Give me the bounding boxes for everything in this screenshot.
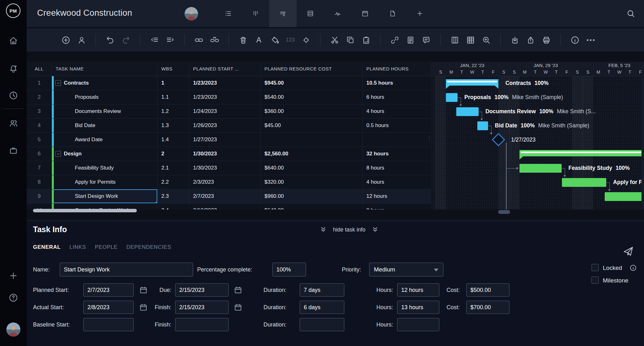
percentage-complete-input[interactable] bbox=[272, 263, 306, 276]
task-start-cell[interactable]: 2/10/2023 bbox=[189, 204, 261, 209]
toolbar-add-task-button[interactable] bbox=[60, 34, 72, 46]
actual-start-input[interactable] bbox=[83, 301, 134, 314]
task-start-cell[interactable]: 1/23/2023 bbox=[189, 76, 261, 90]
task-hours-cell[interactable]: 0.5 hours bbox=[363, 119, 431, 132]
milestone-checkbox[interactable] bbox=[591, 276, 599, 284]
task-hours-cell[interactable]: 6 hours bbox=[363, 90, 431, 104]
toolbar-print-button[interactable] bbox=[540, 34, 552, 46]
table-row[interactable]: 5Award Date1.41/27/2023 bbox=[27, 133, 431, 147]
task-start-cell[interactable]: 1/23/2023 bbox=[189, 90, 261, 104]
baseline-start-input[interactable] bbox=[83, 318, 134, 331]
gantt-task-bar[interactable] bbox=[519, 164, 562, 173]
table-row[interactable]: 8Apply for Permits2.22/3/2023$320.004 ho… bbox=[27, 175, 431, 189]
tab-general[interactable]: GENERAL bbox=[33, 244, 61, 250]
hours-input[interactable] bbox=[397, 301, 439, 314]
toolbar-unlink-tasks-button[interactable] bbox=[208, 34, 220, 46]
task-wbs-cell[interactable]: 2.4 bbox=[158, 204, 189, 209]
sidebar-item-home[interactable] bbox=[8, 36, 19, 46]
sidebar-add-icon[interactable] bbox=[8, 271, 19, 281]
toolbar-undo-button[interactable] bbox=[104, 34, 116, 46]
table-row[interactable]: 2Proposals1.11/23/2023$540.006 hours bbox=[27, 90, 431, 104]
calendar-icon[interactable] bbox=[234, 303, 242, 312]
toolbar-export-button[interactable] bbox=[525, 34, 536, 46]
view-tab-gantt-view[interactable] bbox=[269, 0, 297, 27]
duration-input[interactable] bbox=[300, 301, 344, 314]
toolbar-more-button[interactable] bbox=[585, 34, 597, 46]
task-name-cell[interactable]: Documents Review bbox=[52, 104, 158, 118]
toolbar-comment-button[interactable] bbox=[420, 34, 432, 46]
task-hours-cell[interactable]: 12 hours bbox=[363, 189, 431, 203]
toolbar-zoom-in-button[interactable] bbox=[480, 34, 492, 46]
toolbar-table-grid-button[interactable] bbox=[464, 34, 476, 46]
planned-start-input[interactable] bbox=[83, 283, 134, 297]
gantt-summary-bar[interactable] bbox=[446, 79, 498, 86]
toolbar-paste-button[interactable] bbox=[360, 34, 372, 46]
collapse-toggle[interactable]: − bbox=[55, 80, 61, 86]
table-row[interactable]: 7Feasibility Study2.11/30/2023$640.008 h… bbox=[27, 161, 431, 175]
table-row[interactable]: 3Documents Review1.21/24/2023$360.004 ho… bbox=[27, 104, 431, 119]
locked-checkbox[interactable] bbox=[591, 264, 599, 271]
task-name-cell[interactable]: Apply for Permits bbox=[52, 175, 158, 189]
column-header-planned-hours[interactable]: PLANNED HOURS bbox=[363, 62, 431, 76]
task-start-cell[interactable]: 1/26/2023 bbox=[189, 119, 261, 132]
toolbar-fill-color-button[interactable] bbox=[269, 34, 280, 46]
task-wbs-cell[interactable]: 2.3 bbox=[158, 189, 189, 203]
hide-task-info-button[interactable]: hide task info bbox=[320, 226, 379, 233]
task-name-cell[interactable]: −Contracts bbox=[52, 76, 158, 90]
view-tab-add-view[interactable] bbox=[406, 0, 433, 27]
task-start-cell[interactable]: 2/3/2023 bbox=[189, 175, 261, 189]
sidebar-help-icon[interactable] bbox=[8, 293, 19, 303]
due-input[interactable] bbox=[175, 283, 229, 297]
sidebar-item-notifications[interactable] bbox=[8, 64, 19, 74]
toolbar-redo-button[interactable] bbox=[120, 34, 132, 46]
column-header-planned-start[interactable]: PLANNED START ... bbox=[189, 62, 261, 76]
task-wbs-cell[interactable]: 1.4 bbox=[158, 133, 189, 147]
task-name-cell[interactable]: Feasibility Study bbox=[52, 161, 158, 175]
tab-people[interactable]: PEOPLE bbox=[95, 244, 118, 250]
view-tab-activity-view[interactable] bbox=[324, 0, 351, 27]
task-name-cell[interactable]: Proposals bbox=[52, 90, 158, 104]
view-tab-calendar-view[interactable] bbox=[351, 0, 379, 27]
task-cost-cell[interactable]: $945.00 bbox=[261, 76, 363, 90]
toolbar-info-button[interactable] bbox=[569, 34, 581, 46]
project-owner-avatar[interactable] bbox=[185, 7, 198, 20]
task-hours-cell[interactable]: 4 hours bbox=[363, 104, 431, 118]
hours-input[interactable] bbox=[397, 283, 439, 297]
toolbar-font-color-button[interactable]: A bbox=[253, 34, 265, 46]
gantt-vertical-scrollbar[interactable] bbox=[641, 62, 644, 209]
cost-input[interactable] bbox=[466, 283, 509, 297]
split-drag-handle[interactable]: ⋮ bbox=[427, 136, 429, 148]
task-wbs-cell[interactable]: 1.2 bbox=[158, 104, 189, 118]
task-wbs-cell[interactable]: 1.3 bbox=[158, 119, 189, 132]
table-row[interactable]: 9Start Design Work2.32/7/2023$960.0012 h… bbox=[27, 189, 431, 204]
gantt-task-bar[interactable] bbox=[477, 121, 488, 130]
view-tab-list-view[interactable] bbox=[214, 0, 242, 27]
finish-input[interactable] bbox=[175, 301, 229, 314]
gantt-task-bar[interactable] bbox=[446, 93, 458, 102]
sidebar-item-portfolio[interactable] bbox=[8, 145, 19, 156]
task-start-cell[interactable]: 1/30/2023 bbox=[189, 161, 261, 175]
table-row[interactable]: 4Bid Date1.31/26/2023$45.000.5 hours bbox=[27, 119, 431, 133]
baseline-finish-input[interactable] bbox=[175, 318, 229, 331]
sidebar-user-avatar[interactable] bbox=[6, 322, 20, 337]
task-hours-cell[interactable]: 8 hours bbox=[363, 161, 431, 175]
baseline-hours-input[interactable] bbox=[397, 318, 439, 331]
gantt-task-bar[interactable] bbox=[605, 192, 644, 201]
table-row[interactable]: 1−Contracts11/23/2023$945.0010.5 hours bbox=[27, 76, 431, 90]
task-wbs-cell[interactable]: 1.1 bbox=[158, 90, 189, 104]
task-wbs-cell[interactable]: 2.1 bbox=[158, 161, 189, 175]
baseline-duration-input[interactable] bbox=[300, 318, 344, 331]
task-hours-cell[interactable]: 8 hours bbox=[363, 204, 431, 209]
toolbar-cut-button[interactable] bbox=[329, 34, 341, 46]
toolbar-notes-button[interactable] bbox=[404, 34, 416, 46]
name-input[interactable] bbox=[60, 263, 193, 276]
calendar-icon[interactable] bbox=[234, 285, 242, 295]
toolbar-milestone-button[interactable] bbox=[300, 34, 312, 46]
task-start-cell[interactable]: 1/27/2023 bbox=[189, 133, 261, 147]
sidebar-item-team[interactable] bbox=[8, 118, 19, 128]
task-start-cell[interactable]: 1/30/2023 bbox=[189, 147, 261, 161]
toolbar-outdent-button[interactable] bbox=[148, 34, 160, 46]
sidebar-item-history[interactable] bbox=[8, 90, 19, 101]
view-tab-doc-view[interactable] bbox=[379, 0, 406, 27]
table-row[interactable]: 6−Design21/30/2023$2,560.0032 hours bbox=[27, 147, 431, 161]
